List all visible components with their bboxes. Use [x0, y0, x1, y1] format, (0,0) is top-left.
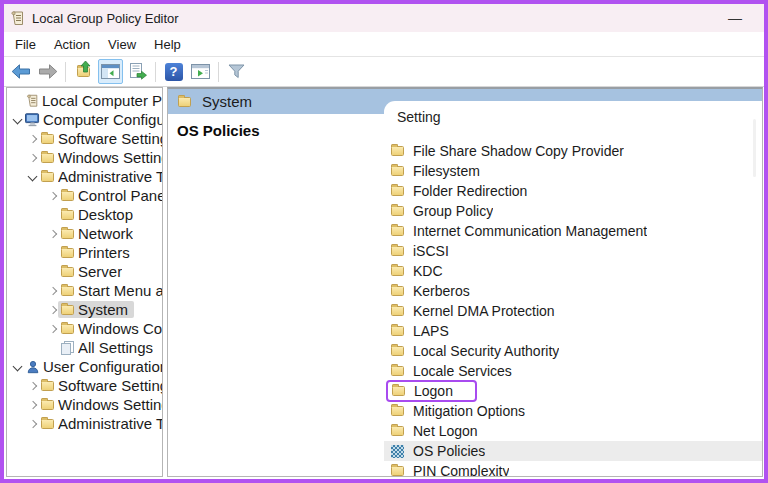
folder-icon	[60, 226, 75, 241]
new-window-icon	[191, 64, 210, 79]
tree-item-computer-configuration[interactable]: Computer Configuration	[7, 110, 162, 129]
folder-icon	[390, 144, 405, 159]
back-button[interactable]	[8, 59, 33, 84]
tree-item-label: Software Settings	[58, 377, 162, 394]
tree-item-printers[interactable]: Printers	[7, 243, 162, 262]
menu-action[interactable]: Action	[45, 34, 99, 55]
setting-item-filesystem[interactable]: Filesystem	[384, 161, 762, 181]
folder-icon	[60, 321, 75, 336]
tree-item-label: System	[78, 301, 128, 318]
purple-highlight-box: Logon	[386, 380, 477, 402]
setting-item-os-policies[interactable]: OS Policies	[384, 441, 762, 461]
tree-item-local-computer-policy[interactable]: Local Computer Policy	[7, 91, 162, 110]
export-list-button[interactable]	[125, 59, 150, 84]
tree-item-desktop[interactable]: Desktop	[7, 205, 162, 224]
setting-item-label: KDC	[413, 263, 443, 279]
folder-icon	[60, 302, 75, 317]
chevron-spacer	[9, 91, 24, 110]
tree-item-server[interactable]: Server	[7, 262, 162, 281]
menu-file[interactable]: File	[6, 34, 45, 55]
setting-item-kernel-dma-protection[interactable]: Kernel DMA Protection	[384, 301, 762, 321]
setting-item-folder-redirection[interactable]: Folder Redirection	[384, 181, 762, 201]
tree-item-network[interactable]: Network	[7, 224, 162, 243]
menu-bar: FileActionViewHelp	[4, 32, 764, 57]
tree-item-software-settings[interactable]: Software Settings	[7, 129, 162, 148]
setting-item-label: PIN Complexity	[413, 463, 509, 477]
help-icon: ?	[165, 63, 183, 81]
tree-item-label: Administrative Templates	[58, 168, 162, 185]
folder-icon	[390, 364, 405, 379]
up-arrow-icon	[80, 61, 91, 73]
folder-icon	[390, 184, 405, 199]
tree-item-windows-settings[interactable]: Windows Settings	[7, 395, 162, 414]
help-button[interactable]: ?	[161, 59, 186, 84]
tree-item-control-panel[interactable]: Control Panel	[7, 186, 162, 205]
chevron-expanded-icon[interactable]	[10, 357, 25, 376]
show-console-tree-button[interactable]	[98, 59, 123, 84]
folder-icon	[40, 416, 55, 431]
setting-item-internet-communication-management[interactable]: Internet Communication Management	[384, 221, 762, 241]
chevron-collapsed-icon[interactable]	[45, 281, 60, 300]
setting-item-label: Folder Redirection	[413, 183, 527, 199]
chevron-collapsed-icon[interactable]	[25, 376, 40, 395]
tree-item-administrative-templates[interactable]: Administrative Templates	[7, 414, 162, 433]
chevron-expanded-icon[interactable]	[25, 167, 40, 186]
forward-button[interactable]	[35, 59, 60, 84]
up-one-level-button[interactable]	[71, 59, 96, 84]
setting-item-pin-complexity[interactable]: PIN Complexity	[384, 461, 762, 477]
setting-item-label: Locale Services	[413, 363, 512, 379]
chevron-collapsed-icon[interactable]	[25, 129, 40, 148]
tree-item-windows-settings[interactable]: Windows Settings	[7, 148, 162, 167]
menu-view[interactable]: View	[99, 34, 145, 55]
tree-item-all-settings[interactable]: All Settings	[7, 338, 162, 357]
tree-item-windows-components[interactable]: Windows Components	[7, 319, 162, 338]
tree-item-software-settings[interactable]: Software Settings	[7, 376, 162, 395]
details-pane: System OS Policies Setting File Share Sh…	[167, 87, 763, 477]
chevron-collapsed-icon[interactable]	[25, 414, 40, 433]
setting-item-kdc[interactable]: KDC	[384, 261, 762, 281]
chevron-collapsed-icon[interactable]	[45, 300, 60, 319]
setting-item-group-policy[interactable]: Group Policy	[384, 201, 762, 221]
folder-icon	[60, 245, 75, 260]
minimize-button[interactable]: —	[724, 7, 746, 29]
folder-icon	[40, 378, 55, 393]
chevron-spacer	[45, 243, 60, 262]
setting-item-net-logon[interactable]: Net Logon	[384, 421, 762, 441]
setting-item-kerberos[interactable]: Kerberos	[384, 281, 762, 301]
setting-item-logon[interactable]: Logon	[384, 381, 762, 401]
chevron-expanded-icon[interactable]	[10, 110, 25, 129]
setting-item-mitigation-options[interactable]: Mitigation Options	[384, 401, 762, 421]
filter-button[interactable]	[224, 59, 249, 84]
setting-item-locale-services[interactable]: Locale Services	[384, 361, 762, 381]
chevron-collapsed-icon[interactable]	[45, 224, 60, 243]
setting-item-iscsi[interactable]: iSCSI	[384, 241, 762, 261]
tree-item-administrative-templates[interactable]: Administrative Templates	[7, 167, 162, 186]
folder-icon	[60, 188, 75, 203]
policy-scroll-icon	[24, 93, 39, 108]
setting-item-label: OS Policies	[413, 443, 485, 459]
setting-column-header[interactable]: Setting	[397, 109, 441, 125]
chevron-spacer	[45, 338, 60, 357]
menu-help[interactable]: Help	[145, 34, 190, 55]
chevron-collapsed-icon[interactable]	[45, 319, 60, 338]
chevron-collapsed-icon[interactable]	[45, 186, 60, 205]
folder-icon	[40, 131, 55, 146]
setting-item-label: Net Logon	[413, 423, 478, 439]
tree-item-label: Server	[78, 263, 122, 280]
tree-item-system[interactable]: System	[7, 300, 162, 319]
title-bar: Local Group Policy Editor —	[4, 4, 764, 32]
chevron-collapsed-icon[interactable]	[25, 395, 40, 414]
setting-item-laps[interactable]: LAPS	[384, 321, 762, 341]
settings-pane: Setting File Share Shadow Copy ProviderF…	[384, 101, 762, 476]
tree-item-label: Local Computer Policy	[42, 92, 162, 109]
folder-icon	[390, 304, 405, 319]
tree-item-start-menu-and-taskbar[interactable]: Start Menu and Taskbar	[7, 281, 162, 300]
tree-item-user-configuration[interactable]: User Configuration	[7, 357, 162, 376]
tree-item-label: Windows Components	[78, 320, 162, 337]
chevron-collapsed-icon[interactable]	[25, 148, 40, 167]
computer-icon	[25, 112, 40, 127]
new-window-button[interactable]	[188, 59, 213, 84]
folder-icon	[390, 244, 405, 259]
setting-item-local-security-authority[interactable]: Local Security Authority	[384, 341, 762, 361]
setting-item-file-share-shadow-copy-provider[interactable]: File Share Shadow Copy Provider	[384, 141, 762, 161]
